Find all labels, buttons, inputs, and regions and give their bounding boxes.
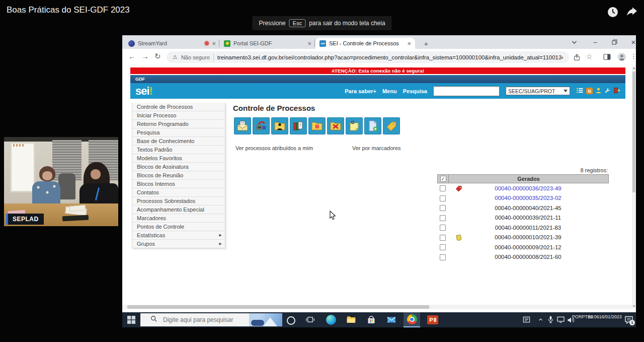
sidebar-item-modelos-favoritos[interactable]: Modelos Favoritos <box>132 154 225 163</box>
novidades-icon[interactable]: N <box>586 88 593 94</box>
process-link[interactable]: 00040-00000035/2023-02 <box>437 195 609 201</box>
microsoft-store-icon[interactable] <box>366 315 376 325</box>
display-icon[interactable] <box>556 316 565 323</box>
window-restore-icon[interactable] <box>605 35 623 49</box>
process-link[interactable]: 00040-00000009/2021-12 <box>437 244 609 250</box>
mail-icon[interactable] <box>386 315 396 325</box>
select-all-checkbox[interactable]: ✓ <box>437 174 448 183</box>
address-bar[interactable]: ⚠ Não seguro treinamento3.sei.df.gov.br/… <box>167 51 569 63</box>
link-ver-processos-atribuidos[interactable]: Ver processos atribuídos a mim <box>235 145 313 151</box>
sidebar-item-pontos-de-controle[interactable]: Pontos de Controle <box>132 223 225 231</box>
settings-wrench-icon[interactable] <box>604 87 611 96</box>
tab-sei-controle-de-processos[interactable]: sei SEI - Controle de Processos × <box>315 38 415 49</box>
sidebar-item-pesquisa[interactable]: Pesquisa <box>132 128 225 137</box>
process-link[interactable]: 00040-00000039/2021-11 <box>437 215 609 221</box>
sidebar-item-textos-padrao[interactable]: Textos Padrão <box>132 146 225 154</box>
scroll-down-icon[interactable]: ▼ <box>632 305 635 308</box>
sidebar-item-acompanhamento-especial[interactable]: Acompanhamento Especial <box>132 206 225 214</box>
forward-icon[interactable]: → <box>141 52 149 60</box>
notification-center-icon[interactable]: 1 <box>624 315 634 327</box>
scrollbar-thumb[interactable] <box>632 72 635 192</box>
powerpoint-icon[interactable]: P <box>427 315 438 324</box>
concluir-processo-button[interactable] <box>327 117 344 134</box>
nav-para-saber[interactable]: Para saber+ <box>345 88 376 94</box>
row-checkbox[interactable] <box>440 244 446 250</box>
nav-menu[interactable]: Menu <box>382 88 397 94</box>
side-panel-icon[interactable] <box>603 53 611 62</box>
row-checkbox[interactable] <box>440 254 446 260</box>
horizontal-scrollbar[interactable] <box>122 305 632 309</box>
sidebar-item-controle-de-processos[interactable]: Controle de Processos <box>132 103 225 111</box>
send-page-icon[interactable] <box>573 53 581 63</box>
taskbar-clock[interactable]: 16:06 16/01/2023 <box>591 314 618 320</box>
row-checkbox[interactable] <box>440 195 446 201</box>
start-button[interactable] <box>127 316 135 324</box>
tab-streamyard[interactable]: StreamYard × <box>124 38 220 49</box>
row-checkbox[interactable] <box>440 235 446 241</box>
reload-icon[interactable]: ↻ <box>154 52 161 61</box>
weather-widget[interactable] <box>249 313 282 326</box>
taskbar-search[interactable] <box>140 313 254 326</box>
close-tab-icon[interactable]: × <box>407 40 411 47</box>
user-icon[interactable] <box>595 87 602 96</box>
sidebar-item-retorno-programado[interactable]: Retorno Programado <box>132 120 225 128</box>
tab-portal-sei-gdf[interactable]: Portal SEI-GDF × <box>220 38 315 49</box>
gerenciar-marcador-button[interactable] <box>383 117 400 134</box>
control-panel-icon[interactable] <box>576 87 584 96</box>
sidebar-item-iniciar-processo[interactable]: Iniciar Processo <box>132 111 225 120</box>
scroll-up-icon[interactable]: ▲ <box>632 66 635 70</box>
sidebar-item-blocos-internos[interactable]: Blocos Internos <box>132 180 225 188</box>
process-link[interactable]: 00040-00000010/2021-39 <box>437 234 609 240</box>
vertical-scrollbar[interactable]: ▲ ▼ <box>632 65 636 309</box>
link-ver-por-marcadores[interactable]: Ver por marcadores <box>352 145 401 151</box>
enviar-processo-button[interactable] <box>234 117 251 134</box>
atribuir-processo-button[interactable] <box>271 117 288 134</box>
process-link[interactable]: 00040-00000036/2023-49 <box>437 185 609 191</box>
sei-search-input[interactable] <box>433 86 500 96</box>
tray-chevron-up-icon[interactable] <box>538 317 543 322</box>
incluir-em-bloco-button[interactable] <box>364 117 381 134</box>
row-checkbox[interactable] <box>440 215 446 221</box>
close-tab-icon[interactable]: × <box>307 40 311 47</box>
sidebar-item-blocos-de-assinatura[interactable]: Blocos de Assinatura <box>132 163 225 171</box>
row-checkbox[interactable] <box>440 225 446 231</box>
search-input[interactable] <box>162 316 250 324</box>
window-close-icon[interactable]: × <box>624 35 642 49</box>
task-view-icon[interactable] <box>306 315 314 324</box>
watch-later-icon[interactable] <box>607 6 619 20</box>
sidebar-item-blocos-de-reuniao[interactable]: Blocos de Reunião <box>132 171 225 180</box>
process-link[interactable]: 00040-00000040/2021-45 <box>437 205 609 211</box>
sobrestar-processo-button[interactable] <box>308 117 326 134</box>
exit-icon[interactable] <box>613 87 620 96</box>
cortana-icon[interactable] <box>287 316 295 325</box>
share-icon[interactable] <box>625 6 638 20</box>
url-text[interactable]: treinamento3.sei.df.gov.br/sei/controlad… <box>217 54 563 60</box>
scrollbar-thumb[interactable] <box>127 305 429 309</box>
new-tab-button[interactable]: + <box>420 38 432 49</box>
file-explorer-icon[interactable] <box>346 315 356 325</box>
process-link[interactable]: 00040-00000011/2021-83 <box>437 225 609 231</box>
back-icon[interactable]: ← <box>128 52 136 60</box>
incluir-anotacao-button[interactable] <box>346 117 363 134</box>
microphone-icon[interactable] <box>547 315 554 324</box>
sidebar-item-contatos[interactable]: Contatos <box>132 188 225 197</box>
chrome-taskbar-button[interactable] <box>404 312 420 327</box>
bookmark-star-icon[interactable]: ☆ <box>586 52 593 60</box>
atualizar-andamento-button[interactable] <box>253 117 270 134</box>
close-tab-icon[interactable]: × <box>212 40 216 47</box>
sidebar-item-estatisticas[interactable]: Estatísticas ▶ <box>132 231 225 240</box>
profile-avatar[interactable] <box>617 52 626 63</box>
sidebar-item-grupos[interactable]: Grupos ▶ <box>132 240 225 248</box>
row-checkbox[interactable] <box>440 205 446 211</box>
window-minimize-icon[interactable]: – <box>586 35 604 49</box>
browser-menu-icon[interactable]: ⋮ <box>630 52 637 60</box>
incluir-documento-button[interactable] <box>290 117 307 134</box>
sidebar-item-base-de-conhecimento[interactable]: Base de Conhecimento <box>132 137 225 146</box>
row-checkbox[interactable] <box>440 185 446 191</box>
nav-pesquisa[interactable]: Pesquisa <box>403 88 427 94</box>
sidebar-item-processos-sobrestados[interactable]: Processos Sobrestados <box>132 197 225 206</box>
sidebar-item-marcadores[interactable]: Marcadores <box>132 214 225 223</box>
window-chevron-icon[interactable] <box>565 35 583 49</box>
news-widget-icon[interactable] <box>522 315 531 324</box>
process-link[interactable]: 00040-00000008/2021-60 <box>437 254 609 260</box>
